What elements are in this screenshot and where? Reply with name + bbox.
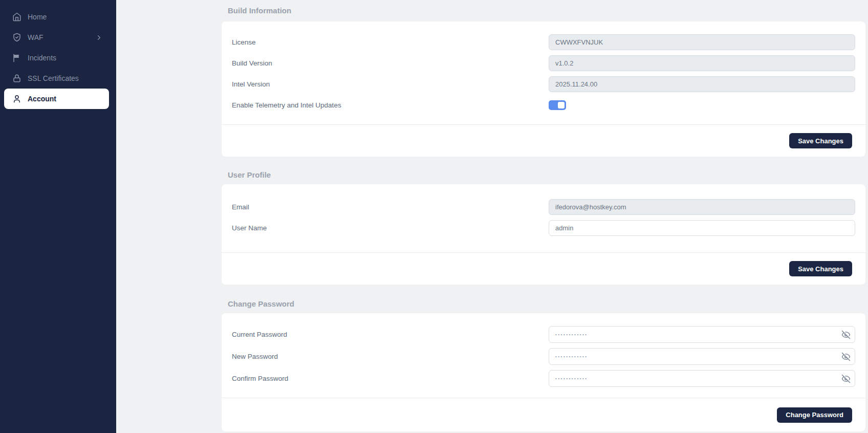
- new-password-label: New Password: [232, 353, 278, 360]
- form-row-build-version: Build Version: [232, 53, 855, 74]
- current-password-wrap: [549, 326, 855, 343]
- sidebar-item-account[interactable]: Account: [4, 89, 109, 109]
- build-version-field: [549, 55, 855, 71]
- sidebar: Home WAF Incidents SSL Certificates Acco…: [0, 0, 116, 433]
- form-row-new-password: New Password: [232, 345, 855, 367]
- intel-version-label: Intel Version: [232, 80, 270, 88]
- email-label: Email: [232, 203, 249, 211]
- eye-off-icon: [841, 330, 851, 339]
- new-password-wrap: [549, 348, 855, 365]
- confirm-password-label: Confirm Password: [232, 375, 288, 382]
- flag-icon: [12, 53, 21, 62]
- sidebar-item-label: SSL Certificates: [28, 74, 103, 82]
- form-row-license: License: [232, 32, 855, 53]
- save-user-profile-button[interactable]: Save Changes: [789, 261, 852, 276]
- shield-icon: [12, 33, 21, 42]
- toggle-cell: [549, 100, 855, 110]
- sidebar-item-home[interactable]: Home: [4, 7, 109, 27]
- save-build-info-button[interactable]: Save Changes: [789, 133, 852, 148]
- build-information-card: License Build Version Intel Version Enab…: [222, 21, 865, 157]
- sidebar-item-label: Account: [28, 95, 103, 103]
- build-information-footer: Save Changes: [222, 124, 865, 157]
- change-password-footer: Change Password: [222, 398, 865, 431]
- chevron-right-icon: [95, 34, 103, 41]
- section-title-user-profile: User Profile: [222, 170, 865, 180]
- confirm-password-wrap: [549, 370, 855, 387]
- eye-off-icon: [841, 352, 851, 361]
- telemetry-label: Enable Telemetry and Intel Updates: [232, 101, 341, 109]
- build-information-form: License Build Version Intel Version Enab…: [222, 21, 865, 124]
- sidebar-item-incidents[interactable]: Incidents: [4, 48, 109, 68]
- form-row-intel-version: Intel Version: [232, 74, 855, 95]
- user-profile-form: Email User Name: [222, 184, 865, 252]
- current-password-label: Current Password: [232, 331, 287, 338]
- current-password-field[interactable]: [549, 326, 855, 343]
- form-row-current-password: Current Password: [232, 323, 855, 345]
- email-field: [549, 199, 855, 215]
- build-version-label: Build Version: [232, 59, 272, 67]
- account-settings-page: Build Information License Build Version …: [222, 0, 865, 431]
- new-password-field[interactable]: [549, 348, 855, 365]
- telemetry-toggle[interactable]: [549, 100, 566, 110]
- section-title-change-password: Change Password: [222, 299, 865, 309]
- user-name-field[interactable]: [549, 220, 855, 236]
- toggle-new-password-visibility-button[interactable]: [841, 352, 851, 361]
- user-icon: [12, 94, 21, 103]
- change-password-form: Current Password New Password: [222, 313, 865, 398]
- user-profile-footer: Save Changes: [222, 252, 865, 285]
- sidebar-item-ssl-certificates[interactable]: SSL Certificates: [4, 68, 109, 89]
- home-icon: [12, 12, 21, 21]
- sidebar-item-label: Home: [28, 13, 103, 21]
- sidebar-item-waf[interactable]: WAF: [4, 27, 109, 48]
- change-password-button[interactable]: Change Password: [777, 407, 852, 423]
- confirm-password-field[interactable]: [549, 370, 855, 387]
- user-name-label: User Name: [232, 224, 267, 232]
- sidebar-item-label: WAF: [28, 33, 95, 41]
- sidebar-item-label: Incidents: [28, 54, 103, 62]
- toggle-confirm-password-visibility-button[interactable]: [841, 374, 851, 383]
- license-field: [549, 34, 855, 50]
- change-password-card: Current Password New Password: [222, 313, 865, 431]
- intel-version-field: [549, 76, 855, 92]
- toggle-knob: [558, 102, 565, 109]
- form-row-telemetry: Enable Telemetry and Intel Updates: [232, 95, 855, 116]
- form-row-user-name: User Name: [232, 218, 855, 239]
- section-title-build-information: Build Information: [222, 6, 865, 16]
- form-row-confirm-password: Confirm Password: [232, 367, 855, 389]
- lock-icon: [12, 74, 21, 83]
- form-row-email: Email: [232, 197, 855, 218]
- eye-off-icon: [841, 374, 851, 383]
- toggle-current-password-visibility-button[interactable]: [841, 330, 851, 339]
- license-label: License: [232, 38, 256, 46]
- user-profile-card: Email User Name Save Changes: [222, 184, 865, 285]
